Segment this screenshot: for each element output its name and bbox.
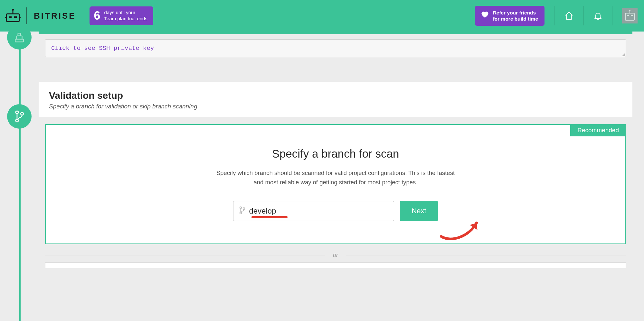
svg-marker-23 [469,223,478,231]
svg-point-17 [16,111,19,114]
branch-input-wrap[interactable] [233,201,394,221]
scan-description: Specify which branch should be scanned f… [213,169,458,187]
section-validation-setup: Validation setup Specify a branch for va… [39,82,632,275]
scan-title: Specify a branch for scan [191,147,480,160]
refer-friends-button[interactable]: Refer your friends for more build time [475,6,545,26]
svg-rect-3 [9,16,12,18]
section-title: Validation setup [49,90,622,101]
or-divider: or [45,252,626,259]
header-separator [612,6,612,25]
branch-input[interactable] [249,206,389,216]
bell-icon[interactable] [593,11,602,21]
branch-icon [239,206,246,216]
svg-rect-15 [17,36,22,39]
heart-icon [481,12,488,20]
trial-badge[interactable]: 6 days until your Team plan trial ends [90,6,153,25]
svg-point-2 [12,9,14,11]
svg-rect-16 [18,33,21,36]
svg-point-19 [21,112,24,115]
timeline [0,32,39,275]
svg-point-11 [629,10,630,11]
brand-text: BITRISE [34,11,76,21]
refer-text: Refer your friends for more build time [493,10,538,22]
app-header: BITRISE 6 days until your Team plan tria… [0,0,644,32]
recommended-badge: Recommended [570,124,626,136]
home-icon[interactable] [564,11,574,21]
svg-rect-12 [627,15,629,16]
section-repo-access: Click to see SSH private key [39,32,632,65]
svg-point-21 [240,212,242,214]
robot-icon [5,8,21,23]
svg-rect-13 [631,15,633,16]
main-content: Click to see SSH private key Validation … [0,32,644,275]
timeline-line [19,32,21,321]
recommended-card: Recommended Specify a branch for scan Sp… [45,124,626,244]
svg-point-20 [240,207,242,209]
timeline-step-branch[interactable] [7,104,32,129]
next-button[interactable]: Next [400,201,438,221]
section-subtitle: Specify a branch for validation or skip … [49,103,622,110]
logo[interactable]: BITRISE [5,7,76,24]
avatar[interactable] [622,8,638,23]
trial-days-count: 6 [94,10,100,22]
header-separator [583,6,584,25]
svg-rect-0 [6,14,19,22]
annotation-underline [251,216,288,218]
header-separator [554,6,554,25]
ssh-private-key-field[interactable]: Click to see SSH private key [45,39,626,57]
annotation-arrow [439,214,490,243]
trial-days-text: days until your Team plan trial ends [104,10,147,22]
svg-point-18 [16,119,19,122]
alternative-card[interactable] [45,262,626,268]
ssh-placeholder: Click to see SSH private key [51,45,154,52]
logo-divider [26,7,27,24]
svg-rect-4 [14,16,17,18]
or-label: or [333,252,338,259]
svg-point-22 [243,208,245,210]
